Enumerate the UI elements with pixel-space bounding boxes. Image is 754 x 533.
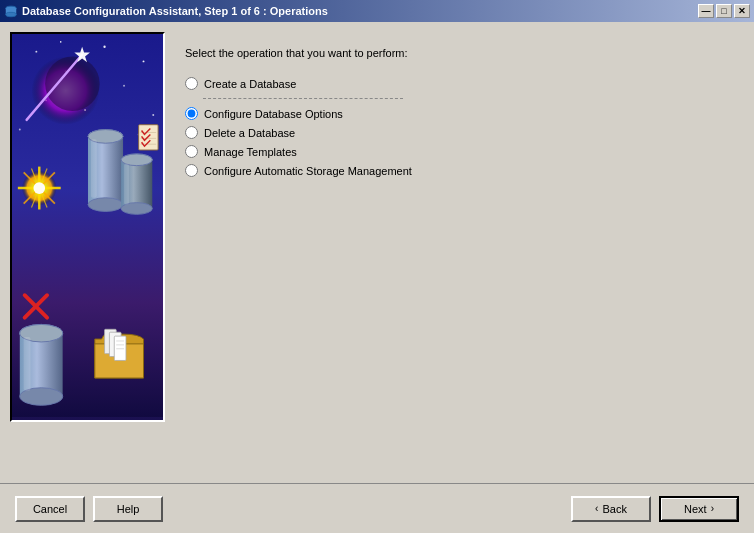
next-arrow-icon: › xyxy=(711,503,714,514)
back-button[interactable]: ‹ Back xyxy=(571,496,651,522)
illustration-panel xyxy=(10,32,165,422)
svg-point-6 xyxy=(103,46,105,48)
options-panel: Select the operation that you want to pe… xyxy=(165,32,744,473)
back-label: Back xyxy=(602,503,626,515)
radio-group: Create a Database Configure Database Opt… xyxy=(185,77,724,177)
next-label: Next xyxy=(684,503,707,515)
illustration-svg xyxy=(12,34,163,420)
svg-point-11 xyxy=(19,129,21,131)
radio-manage-templates[interactable] xyxy=(185,145,198,158)
svg-point-2 xyxy=(6,12,17,16)
window-controls: — □ ✕ xyxy=(698,4,750,18)
option-create-database[interactable]: Create a Database xyxy=(185,77,724,90)
svg-point-13 xyxy=(60,41,62,43)
prompt-text: Select the operation that you want to pe… xyxy=(185,47,724,59)
label-delete-database: Delete a Database xyxy=(204,127,295,139)
minimize-button[interactable]: — xyxy=(698,4,714,18)
window-body: Select the operation that you want to pe… xyxy=(0,22,754,533)
back-arrow-icon: ‹ xyxy=(595,503,598,514)
svg-point-4 xyxy=(35,51,37,53)
label-configure-asm: Configure Automatic Storage Management xyxy=(204,165,412,177)
option-configure-asm[interactable]: Configure Automatic Storage Management xyxy=(185,164,724,177)
radio-configure-database[interactable] xyxy=(185,107,198,120)
svg-rect-31 xyxy=(91,139,97,197)
svg-rect-36 xyxy=(124,164,129,205)
separator-line xyxy=(203,98,403,99)
radio-delete-database[interactable] xyxy=(185,126,198,139)
button-bar: Cancel Help ‹ Back Next › xyxy=(0,483,754,533)
radio-create-database[interactable] xyxy=(185,77,198,90)
content-area: Select the operation that you want to pe… xyxy=(0,22,754,483)
svg-rect-50 xyxy=(114,336,126,360)
label-manage-templates: Manage Templates xyxy=(204,146,297,158)
option-configure-database[interactable]: Configure Database Options xyxy=(185,107,724,120)
svg-point-10 xyxy=(143,60,145,62)
svg-point-26 xyxy=(33,182,45,194)
svg-rect-47 xyxy=(24,337,31,391)
help-button[interactable]: Help xyxy=(93,496,163,522)
next-button[interactable]: Next › xyxy=(659,496,739,522)
title-bar: Database Configuration Assistant, Step 1… xyxy=(0,0,754,22)
svg-point-29 xyxy=(88,198,123,212)
cancel-button[interactable]: Cancel xyxy=(15,496,85,522)
svg-point-7 xyxy=(123,85,125,87)
option-delete-database[interactable]: Delete a Database xyxy=(185,126,724,139)
label-configure-database: Configure Database Options xyxy=(204,108,343,120)
option-manage-templates[interactable]: Manage Templates xyxy=(185,145,724,158)
close-button[interactable]: ✕ xyxy=(734,4,750,18)
maximize-button[interactable]: □ xyxy=(716,4,732,18)
label-create-database: Create a Database xyxy=(204,78,296,90)
window-icon xyxy=(4,4,18,18)
svg-point-12 xyxy=(152,114,154,116)
window-title: Database Configuration Assistant, Step 1… xyxy=(22,5,694,17)
radio-configure-asm[interactable] xyxy=(185,164,198,177)
